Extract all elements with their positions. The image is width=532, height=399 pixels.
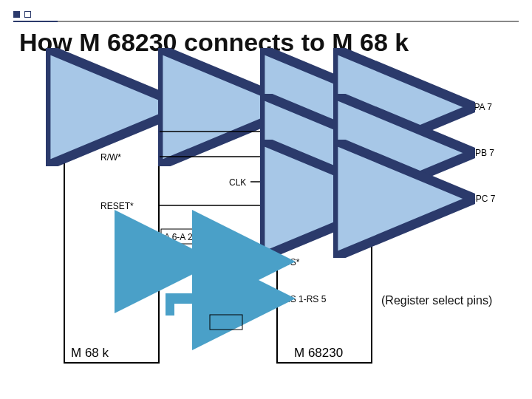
- pin-m68230-rw: R/W*: [284, 152, 304, 163]
- block-mad: MAD: [199, 248, 249, 274]
- svg-rect-13: [378, 193, 446, 205]
- svg-rect-0: [164, 101, 272, 113]
- pin-m68k-dtack: DTACK*: [100, 127, 133, 137]
- svg-rect-7: [378, 101, 446, 113]
- svg-rect-18: [166, 244, 174, 267]
- pin-m68230-pc: PC 0-PC 7: [453, 194, 495, 204]
- pin-m68230-d0d7: D 0-D 7: [284, 102, 314, 112]
- pin-m68230-reset: RESET*: [284, 201, 317, 211]
- pin-m68k-rw: R/W*: [100, 152, 121, 163]
- pin-m68230-pb: PB 0-PB 7: [453, 148, 494, 158]
- bus-pb: [372, 147, 451, 159]
- bus-pa: [372, 101, 451, 113]
- note-register-select: (Register select pins): [381, 294, 492, 307]
- signal-a6a23: A 6-A 23: [164, 232, 197, 242]
- signal-clk: CLK: [229, 177, 246, 188]
- pin-m68230-dtack: DTACK*: [284, 127, 316, 137]
- label-m68k: M 68 k: [71, 346, 109, 361]
- header-rule: [13, 21, 519, 22]
- pin-m68230-cs: CS*: [284, 257, 299, 267]
- pin-m68230-rs: RS 1-RS 5: [284, 294, 326, 304]
- signal-a1a5: A 1-A 5: [214, 318, 243, 328]
- pin-m68k-d0d7: D 0-D 7: [100, 102, 131, 112]
- svg-rect-21: [166, 293, 174, 316]
- label-m68230: M 68230: [294, 346, 343, 361]
- header-ornament: [13, 7, 33, 21]
- pin-m68k-reset: RESET*: [100, 201, 134, 211]
- square-open-icon: [24, 11, 31, 18]
- bus-pc: [372, 193, 451, 205]
- svg-rect-10: [378, 147, 446, 159]
- page-title: How M 68230 connects to M 68 k: [19, 28, 409, 57]
- square-filled-icon: [13, 11, 20, 18]
- pin-m68230-clk: CLK: [284, 177, 301, 188]
- pin-m68230-pa: PA 0-PA 7: [453, 102, 492, 112]
